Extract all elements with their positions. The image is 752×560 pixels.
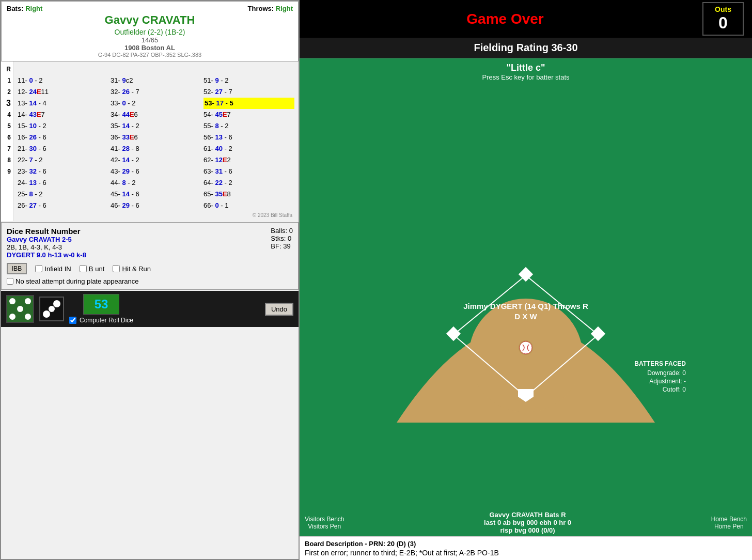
home-pen-label: Home Pen [714, 523, 744, 530]
row-label-4: 4 [3, 109, 11, 120]
result-43: 43- 29 - 6 [111, 166, 201, 177]
row-label-2: 2 [3, 86, 11, 98]
dot [9, 306, 15, 312]
result-44: 44- 8 - 2 [111, 177, 201, 189]
result-54: 54- 45E7 [203, 109, 294, 120]
result-64: 64- 22 - 2 [203, 177, 294, 189]
board-desc-title: Board Description - PRN: 20 (D) (3) [305, 540, 747, 548]
dot [25, 314, 31, 320]
result-26: 26- 27 - 6 [18, 200, 108, 211]
result-22: 22- 7 - 2 [18, 154, 108, 166]
result-12: 12- 24E11 [18, 86, 108, 98]
results-table-section: R 1 2 3 4 5 6 7 8 9 [1, 61, 299, 221]
infield-in-checkbox[interactable] [35, 265, 42, 272]
results-content: 11- 0 - 2 31- 9c2 51- 9 - 2 12- 24E11 32… [13, 61, 299, 221]
outs-label: Outs [712, 5, 734, 13]
dot [17, 298, 23, 304]
throws-value: Right [276, 5, 293, 12]
dice-result-pitcher: DYGERT 9.0 h-13 w-0 k-8 [7, 251, 86, 259]
svg-text:Cutoff: 0: Cutoff: 0 [663, 386, 686, 393]
row-label-7: 7 [3, 143, 11, 154]
computer-roll-area: Computer Roll Dice [69, 317, 133, 324]
hit-run-text: Hit & Run [122, 265, 151, 273]
dot [53, 310, 60, 318]
no-steal-text: No steal attempt during plate appearance [15, 277, 139, 285]
board-desc-section: Board Description - PRN: 20 (D) (3) Firs… [300, 536, 752, 560]
header-spacer-3 [203, 64, 294, 75]
no-steal-row: No steal attempt during plate appearance [7, 277, 293, 285]
hit-run-checkbox[interactable] [113, 265, 120, 272]
row-label-R: R [3, 64, 11, 75]
board-desc-text: First on error; runner to third; E-2B; *… [305, 549, 747, 557]
player-name: Gavvy CRAVATH [7, 13, 293, 27]
dice-result-player: Gavvy CRAVATH 2-5 [7, 236, 86, 243]
result-45: 45- 14 - 6 [111, 189, 201, 200]
result-34: 34- 44E6 [111, 109, 201, 120]
row-label-1: 1 [3, 75, 11, 86]
result-23: 23- 32 - 6 [18, 166, 108, 177]
dot [53, 300, 60, 307]
result-52: 52- 27 - 7 [203, 86, 294, 98]
visitors-pen-label: Visitors Pen [308, 523, 341, 530]
result-31: 31- 9c2 [111, 75, 201, 86]
result-63: 63- 31 - 6 [203, 166, 294, 177]
throws-label: Throws: Right [248, 5, 293, 12]
fielding-bar: Fielding Rating 36-30 [300, 38, 752, 58]
result-25: 25- 8 - 2 [18, 189, 108, 200]
result-65: 65- 35E8 [203, 189, 294, 200]
row-label-5: 5 [3, 120, 11, 132]
result-56: 56- 13 - 6 [203, 132, 294, 143]
dot [25, 298, 31, 304]
result-61: 61- 40 - 2 [203, 143, 294, 154]
bf-display: BF: 39 [271, 242, 293, 250]
field-area: "Little c" Press Esc key for batter stat… [300, 58, 752, 536]
result-53: 53- 17 - 5 [203, 98, 294, 109]
game-over-bar: Game Over Outs 0 [300, 0, 752, 38]
bats-label: Bats: Right [7, 5, 42, 12]
stks-display: Stks: 0 [271, 235, 293, 242]
batter-info-row: Visitors Bench Visitors Pen Gavvy CRAVAT… [300, 509, 752, 536]
dice-options-row: IBB Infield IN Bunt Hit & Run [7, 263, 293, 274]
dice-result-section: Dice Result Number Gavvy CRAVATH 2-5 2B,… [1, 222, 299, 290]
bunt-text: B [89, 265, 93, 273]
left-panel: Bats: Right Throws: Right Gavvy CRAVATH … [0, 0, 300, 560]
computer-roll-checkbox[interactable] [69, 317, 76, 324]
dice-result-title: Dice Result Number [7, 227, 86, 236]
field-svg-container: Jimmy DYGERT (14 Q1) Throws R D X W BATT… [300, 81, 752, 536]
copyright: © 2023 Bill Staffa [18, 211, 294, 219]
bunt-checkbox[interactable] [80, 265, 87, 272]
result-51: 51- 9 - 2 [203, 75, 294, 86]
no-steal-checkbox[interactable] [7, 278, 13, 285]
bunt-label[interactable]: Bunt [80, 265, 105, 273]
svg-text:Adjustment: -: Adjustment: - [649, 378, 686, 385]
player-stats-ratio: 14/65 [7, 36, 293, 44]
batter-stats: last 0 ab bvg 000 ebh 0 hr 0 [349, 519, 706, 526]
dot [9, 298, 15, 304]
result-46: 46- 29 - 6 [111, 200, 201, 211]
infield-in-label[interactable]: Infield IN [35, 265, 71, 273]
row-label-8: 8 [3, 154, 11, 166]
result-36: 36- 33E6 [111, 132, 201, 143]
dot [25, 306, 31, 312]
hit-run-label[interactable]: Hit & Run [113, 265, 151, 273]
little-c-sub: Press Esc key for batter stats [482, 73, 569, 81]
batter-main-info: Gavvy CRAVATH Bats R last 0 ab bvg 000 e… [349, 511, 706, 534]
row-label-9: 9 [3, 166, 11, 177]
result-35: 35- 14 - 2 [111, 120, 201, 132]
result-62: 62- 12E2 [203, 154, 294, 166]
result-55: 55- 8 - 2 [203, 120, 294, 132]
undo-button[interactable]: Undo [265, 303, 293, 316]
outs-value: 0 [712, 13, 734, 33]
result-11: 11- 0 - 2 [18, 75, 108, 86]
balls-val: 0 [289, 227, 293, 235]
batter-risp: risp bvg 000 (0/0) [349, 526, 706, 534]
balls-display: Balls: 0 [271, 227, 293, 235]
dot [9, 314, 15, 320]
svg-point-11 [520, 341, 532, 354]
results-grid: 11- 0 - 2 31- 9c2 51- 9 - 2 12- 24E11 32… [18, 64, 294, 211]
result-16: 16- 26 - 6 [18, 132, 108, 143]
infield-in-text: Infield IN [44, 265, 71, 273]
dot [17, 314, 23, 320]
bats-value: Right [25, 5, 42, 12]
ibb-button[interactable]: IBB [7, 263, 27, 274]
